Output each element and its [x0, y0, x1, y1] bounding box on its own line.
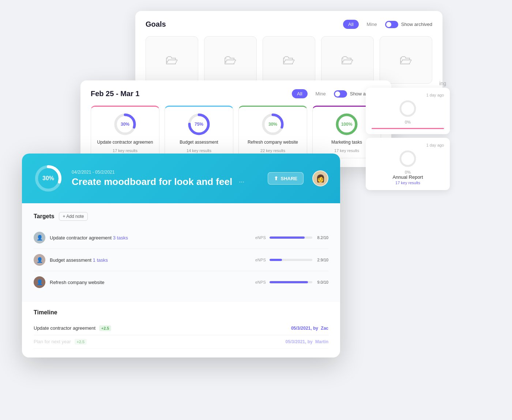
weekly-header: Feb 25 - Mar 1 All Mine Show archived [91, 89, 381, 98]
show-archived-toggle[interactable] [385, 21, 398, 28]
metric-bar-wrap-3 [270, 281, 312, 283]
timeline-name-1: Update contractor agreement +2.5 [34, 325, 111, 331]
side-card-2[interactable]: 1 day ago 0% Annual Report 17 key result… [366, 138, 450, 190]
timeline-meta-2: 05/3/2021, by Martin [286, 339, 328, 344]
show-archived-label: Show archived [401, 22, 432, 27]
donut-2: 75% [187, 113, 211, 136]
goal-card-2[interactable]: 75% Budget assessment 14 key results [165, 106, 233, 158]
goal-card-1[interactable]: 30% Update contractor agreemen 17 key re… [91, 106, 159, 158]
share-button[interactable]: ⬆ SHARE [268, 172, 304, 185]
right-cards-col: ing 1 day ago 0% 1 day ago 0% Annual Rep… [366, 80, 450, 194]
target-name-1: Update contractor agreement 3 tasks [50, 235, 128, 241]
avatar: 👩 [312, 170, 328, 186]
detail-info: 04/2/2021 - 05/2/2021 Create moodboard f… [72, 170, 259, 188]
side-card-1[interactable]: 1 day ago 0% [366, 88, 450, 134]
donut-pct-2: 75% [195, 122, 203, 127]
target-link-1[interactable]: 3 tasks [113, 235, 128, 241]
donut-pct-1: 30% [121, 122, 129, 127]
weekly-filter-mine-btn[interactable]: Mine [310, 89, 331, 98]
filter-all-btn[interactable]: All [343, 20, 358, 29]
goal-card-name-2: Budget assessment [180, 140, 218, 145]
side-card-2-pct: 0% [372, 170, 444, 174]
target-avatar-2: 👤 [34, 254, 45, 266]
side-card-2-timestamp: 1 day ago [372, 143, 444, 147]
detail-pct: 30% [42, 175, 54, 182]
side-card-1-timestamp: 1 day ago [372, 93, 444, 97]
folder-icon-3: 🗁 [282, 52, 295, 68]
targets-title: Targets [34, 213, 54, 220]
donut-4: 100% [335, 113, 358, 136]
donut-pct-3: 30% [268, 122, 277, 127]
goal-card-sub-4: 17 key results [334, 148, 359, 153]
folder-icon-2: 🗁 [224, 52, 237, 68]
target-avatar-3: 👤 [34, 276, 45, 288]
goal-cards-row: 30% Update contractor agreemen 17 key re… [91, 106, 381, 158]
partial-text: ing [366, 80, 450, 88]
target-link-2[interactable]: 1 tasks [93, 257, 108, 263]
folder-card-4[interactable]: 🗁 [321, 36, 374, 84]
timeline-row-2: Plan for next year +2.5 05/3/2021, by Ma… [34, 335, 328, 349]
metric-value-3: 9.0/10 [316, 280, 328, 284]
goals-title: Goals [146, 20, 166, 29]
goals-header: Goals All Mine Show archived [146, 20, 432, 29]
side-card-1-pct: 0% [372, 120, 444, 124]
target-metric-3: eNPS 9.0/10 [255, 280, 328, 284]
folder-card-5[interactable]: 🗁 [380, 36, 432, 84]
target-name-2: Budget assessment 1 tasks [50, 257, 108, 263]
metric-label-1: eNPS [255, 235, 266, 240]
metric-bar-1 [270, 237, 305, 239]
timeline-row-1: Update contractor agreement +2.5 05/3/20… [34, 322, 328, 335]
goal-card-sub-2: 14 key results [187, 148, 211, 153]
folder-icon-4: 🗁 [341, 52, 354, 68]
donut-pct-4: 100% [341, 122, 353, 127]
metric-label-3: eNPS [255, 280, 266, 284]
folder-card-3[interactable]: 🗁 [263, 36, 315, 84]
folder-card-2[interactable]: 🗁 [204, 36, 257, 84]
targets-section-header: Targets + Add note [34, 212, 328, 221]
side-card-2-donut [372, 150, 444, 168]
target-metric-2: eNPS 2.9/10 [255, 258, 328, 262]
timeline-section: Timeline Update contractor agreement +2.… [22, 302, 340, 357]
svg-point-10 [400, 151, 415, 166]
detail-dots[interactable]: ··· [239, 178, 244, 186]
goal-card-sub-3: 22 key results [260, 148, 285, 153]
metric-value-2: 2.9/10 [316, 258, 328, 262]
target-info-1: Update contractor agreement 3 tasks [50, 234, 251, 241]
goal-card-name-4: Marketing tasks [331, 140, 362, 145]
weekly-title: Feb 25 - Mar 1 [91, 90, 139, 98]
side-card-1-donut [372, 99, 444, 118]
metric-bar-3 [270, 281, 308, 283]
add-note-button[interactable]: + Add note [59, 212, 88, 221]
folder-icon-5: 🗁 [399, 52, 413, 68]
target-info-2: Budget assessment 1 tasks [50, 257, 251, 263]
weekly-filter-all-btn[interactable]: All [292, 89, 307, 98]
folder-card-1[interactable]: 🗁 [146, 36, 198, 84]
metric-bar-wrap-1 [270, 237, 312, 239]
folder-icon-1: 🗁 [165, 52, 178, 68]
timeline-title: Timeline [34, 309, 328, 316]
goal-card-name-1: Update contractor agreemen [97, 140, 153, 145]
share-label: SHARE [281, 176, 297, 181]
target-metric-1: eNPS 8.2/10 [255, 235, 328, 240]
weekly-archived-toggle[interactable] [334, 90, 347, 98]
metric-bar-wrap-2 [270, 259, 312, 261]
donut-3: 30% [261, 113, 285, 136]
filter-mine-btn[interactable]: Mine [362, 20, 382, 29]
metric-bar-2 [270, 259, 282, 261]
share-icon: ⬆ [274, 175, 278, 181]
detail-donut: 30% [34, 164, 63, 193]
goal-card-name-3: Refresh company website [248, 140, 298, 145]
goal-card-3[interactable]: 30% Refresh company website 22 key resul… [238, 106, 307, 158]
goals-filter-group: All Mine Show archived [343, 20, 432, 29]
target-row-3: 👤 Refresh company website eNPS 9.0/10 [34, 271, 328, 293]
side-card-2-sub: 17 key results [372, 181, 444, 185]
metric-label-2: eNPS [255, 258, 266, 262]
target-name-3: Refresh company website [50, 280, 105, 285]
timeline-name-2: Plan for next year +2.5 [34, 339, 87, 345]
target-avatar-1: 👤 [34, 232, 45, 243]
svg-point-8 [400, 101, 415, 116]
target-row-1: 👤 Update contractor agreement 3 tasks eN… [34, 227, 328, 249]
detail-title: Create moodboard for look and feel [72, 176, 232, 188]
timeline-badge-1: +2.5 [99, 325, 112, 331]
metric-value-1: 8.2/10 [316, 235, 328, 240]
